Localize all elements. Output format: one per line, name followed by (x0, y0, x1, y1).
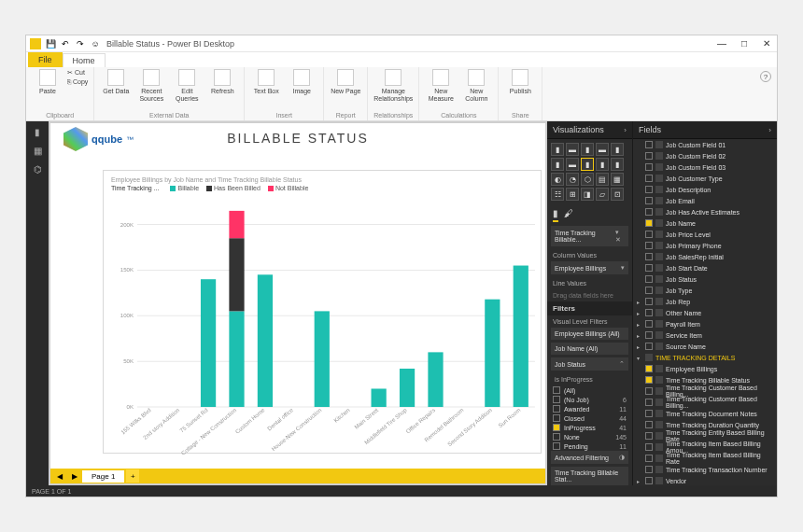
filter-option[interactable]: Awarded11 (547, 404, 632, 413)
svg-rect-21 (315, 311, 330, 407)
field-item[interactable]: Job Type (633, 285, 777, 296)
field-item[interactable]: Job Custom Field 01 (633, 139, 777, 150)
textbox-button[interactable]: Text Box (250, 69, 282, 95)
filter-option[interactable]: Pending11 (547, 441, 632, 451)
field-item[interactable]: Job Email (633, 195, 777, 206)
format-well-icon[interactable]: 🖌 (564, 208, 573, 222)
manage-relationships-button[interactable]: Manage Relationships (377, 69, 409, 102)
filter-option[interactable]: (All) (547, 385, 632, 395)
filter-option[interactable]: Closed44 (547, 413, 632, 423)
new-measure-button[interactable]: New Measure (425, 69, 457, 102)
status-bar: PAGE 1 OF 1 (26, 485, 777, 497)
svg-text:0K: 0K (127, 403, 134, 410)
field-item[interactable]: ▸Source Name (633, 341, 777, 352)
brand-logo: qqube™ (63, 127, 134, 151)
new-page-button[interactable]: New Page (330, 69, 361, 95)
svg-text:House-New Construction: House-New Construction (270, 406, 322, 452)
filter-option[interactable]: InProgress41 (547, 423, 632, 432)
smiley-icon[interactable]: ☺ (90, 38, 101, 49)
page-tab-1[interactable]: Page 1 (82, 470, 124, 483)
series-well[interactable]: Time Tracking Billable...▾ ✕ (551, 226, 628, 246)
svg-rect-12 (201, 279, 216, 407)
field-item[interactable]: Job Custom Field 02 (633, 150, 777, 161)
filter-option[interactable]: None145 (547, 432, 632, 441)
fields-pane: Fields› Job Custom Field 01Job Custom Fi… (633, 121, 777, 485)
svg-text:Kitchen: Kitchen (332, 406, 351, 423)
field-item[interactable]: ▸Vendor (633, 475, 777, 485)
model-view-icon[interactable]: ⌬ (31, 162, 44, 175)
close-button[interactable]: ✕ (760, 38, 773, 49)
field-item[interactable]: Job Start Date (633, 262, 777, 273)
svg-rect-18 (258, 274, 273, 407)
chart-plot: 0K50K100K150K200K155 Wilks Blvd2nd story… (137, 206, 535, 411)
chart-visual[interactable]: Employee Billings by Job Name and Time T… (103, 170, 542, 454)
save-icon[interactable]: 💾 (45, 38, 56, 49)
chart-title: Employee Billings by Job Name and Time T… (104, 171, 541, 185)
field-item[interactable]: Time Tracking Document Notes (633, 408, 777, 419)
svg-text:50K: 50K (123, 357, 134, 364)
tab-file[interactable]: File (28, 52, 63, 67)
field-item[interactable]: Job Primary Phone (633, 240, 777, 251)
svg-rect-31 (485, 300, 500, 407)
svg-rect-24 (372, 388, 387, 407)
svg-text:100K: 100K (120, 312, 134, 318)
report-view-icon[interactable]: ▮ (31, 125, 44, 138)
field-item[interactable]: Time Tracking Transaction Number (633, 464, 777, 475)
field-item[interactable]: Time Tracking Customer Based Billing... (633, 397, 777, 408)
redo-icon[interactable]: ↷ (75, 38, 86, 49)
tab-home[interactable]: Home (63, 53, 106, 67)
copy-button[interactable]: ⎘ Copy (67, 78, 88, 85)
undo-icon[interactable]: ↶ (60, 38, 71, 49)
maximize-button[interactable]: □ (738, 38, 751, 49)
colvals-well[interactable]: Employee Billings▾ (551, 261, 628, 274)
svg-text:Custom Home: Custom Home (233, 406, 266, 435)
add-page-button[interactable]: + (126, 469, 139, 483)
image-button[interactable]: Image (286, 69, 317, 95)
app-logo-icon (30, 38, 41, 49)
ribbon-tabs: File Home (26, 52, 777, 67)
svg-rect-14 (229, 311, 244, 407)
data-view-icon[interactable]: ▦ (31, 144, 44, 157)
visualizations-pane: Visualizations› ▮▬▮▬▮ ▮▬▮▮▮ ◐◔⬡▤▦ ☷⊞◨▱⊡ … (547, 121, 633, 485)
filter-option[interactable]: (No Job)6 (547, 395, 632, 404)
viz-gallery: ▮▬▮▬▮ ▮▬▮▮▮ ◐◔⬡▤▦ ☷⊞◨▱⊡ (547, 139, 632, 204)
field-item[interactable]: Job Customer Type (633, 173, 777, 184)
page-tabs: ◀ ▶ Page 1 + (50, 469, 545, 483)
field-item[interactable]: ▸Job Rep (633, 296, 777, 307)
help-icon[interactable]: ? (760, 71, 771, 82)
svg-text:Dental office: Dental office (266, 406, 295, 431)
cut-button[interactable]: ✂ Cut (67, 69, 88, 77)
field-item[interactable]: ▸Payroll Item (633, 318, 777, 329)
svg-rect-26 (400, 369, 415, 407)
chart-legend: Time Tracking ... Billable Has Been Bill… (104, 185, 541, 195)
field-item[interactable]: Job Status (633, 273, 777, 285)
app-window: 💾 ↶ ↷ ☺ Billable Status - Power BI Deskt… (25, 35, 778, 497)
svg-rect-28 (428, 352, 443, 407)
field-item[interactable]: ▸Service Item (633, 329, 777, 341)
field-item[interactable]: Job SalesRep Initial (633, 251, 777, 262)
svg-text:Cottage - New Construction: Cottage - New Construction (179, 406, 237, 455)
chevron-right-icon[interactable]: › (624, 126, 627, 134)
recent-sources-button[interactable]: Recent Sources (135, 69, 167, 102)
minimize-button[interactable]: — (715, 38, 728, 49)
publish-button[interactable]: Publish (504, 69, 536, 95)
ribbon: ? Paste ✂ Cut ⎘ Copy Clipboard Get Data … (26, 67, 777, 121)
field-item[interactable]: Job Custom Field 03 (633, 161, 777, 173)
svg-rect-15 (229, 238, 244, 311)
new-column-button[interactable]: New Column (460, 69, 492, 102)
field-item[interactable]: Job Description (633, 184, 777, 195)
refresh-button[interactable]: Refresh (206, 69, 238, 102)
paste-button[interactable]: Paste (32, 69, 63, 95)
field-item[interactable]: Job Name (633, 217, 777, 229)
field-item[interactable]: Employee Billings (633, 363, 777, 374)
get-data-button[interactable]: Get Data (100, 69, 132, 102)
fields-well-icon[interactable]: ▮ (553, 208, 558, 222)
report-page: qqube™ BILLABLE STATUS Employee Billings… (50, 123, 545, 469)
edit-queries-button[interactable]: Edit Queries (171, 69, 203, 102)
field-item[interactable]: Time Tracking Item Based Billing Rate (633, 453, 777, 464)
field-item[interactable]: Job Has Active Estimates (633, 206, 777, 217)
field-item[interactable]: ▸Other Name (633, 307, 777, 318)
chevron-right-icon[interactable]: › (768, 126, 771, 134)
field-item[interactable]: Job Price Level (633, 229, 777, 240)
svg-rect-33 (514, 266, 528, 407)
